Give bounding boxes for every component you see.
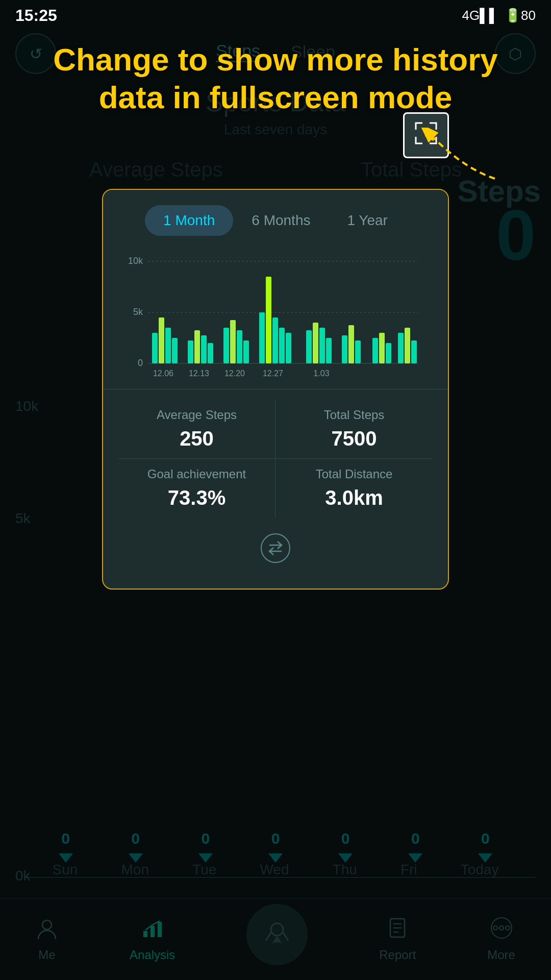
stat-total-steps-label: Total Steps [281, 408, 428, 422]
svg-rect-41 [326, 338, 332, 363]
svg-rect-43 [348, 325, 354, 363]
svg-rect-42 [342, 335, 347, 363]
stat-total-steps-value: 7500 [281, 427, 428, 450]
svg-rect-47 [386, 343, 391, 363]
svg-rect-34 [266, 277, 271, 363]
svg-rect-36 [279, 328, 285, 363]
svg-text:10k: 10k [128, 256, 143, 266]
svg-rect-25 [188, 340, 193, 363]
svg-rect-31 [237, 330, 242, 363]
instruction-line2: data in fullscreen mode [99, 80, 453, 115]
status-bar: 15:25 4G▌▌ 🔋80 [0, 0, 551, 31]
bar-chart: 10k 5k 0 [113, 251, 438, 384]
svg-rect-30 [230, 320, 236, 363]
svg-rect-40 [319, 328, 325, 363]
status-time: 15:25 [15, 6, 57, 25]
stat-total-steps: Total Steps 7500 [276, 400, 433, 459]
svg-rect-46 [379, 333, 385, 363]
svg-text:0: 0 [138, 358, 143, 368]
battery-icon: 🔋80 [505, 8, 536, 23]
stat-avg-steps-label: Average Steps [123, 408, 270, 422]
svg-text:1.03: 1.03 [313, 369, 329, 378]
svg-rect-23 [165, 328, 171, 363]
svg-text:12.27: 12.27 [263, 369, 283, 378]
svg-rect-35 [272, 317, 278, 363]
status-icons: 4G▌▌ 🔋80 [462, 8, 536, 23]
tab-6-months[interactable]: 6 Months [233, 205, 329, 236]
stat-goal-value: 73.3% [123, 486, 270, 509]
instruction-text: Change to show more history data in full… [15, 41, 536, 117]
stat-distance: Total Distance 3.0km [276, 459, 433, 518]
tab-1-year[interactable]: 1 Year [329, 205, 406, 236]
arrow-svg [403, 128, 505, 189]
svg-marker-14 [424, 131, 438, 144]
svg-rect-38 [306, 330, 312, 363]
svg-rect-48 [398, 333, 404, 363]
signal-icon: 4G▌▌ [462, 8, 499, 23]
svg-rect-28 [208, 343, 213, 363]
svg-rect-26 [194, 330, 200, 363]
svg-text:12.20: 12.20 [224, 369, 245, 378]
instruction-line1: Change to show more history [53, 42, 498, 77]
stat-distance-label: Total Distance [281, 467, 428, 481]
svg-rect-29 [223, 328, 229, 363]
modal-tabs: 1 Month 6 Months 1 Year [103, 190, 448, 246]
svg-rect-50 [411, 340, 417, 363]
stat-goal-label: Goal achievement [123, 467, 270, 481]
svg-text:5k: 5k [133, 307, 143, 317]
modal-card: 1 Month 6 Months 1 Year 10k 5k 0 [102, 189, 449, 590]
svg-rect-27 [201, 335, 207, 363]
svg-rect-32 [243, 340, 249, 363]
svg-rect-39 [313, 323, 318, 363]
svg-rect-44 [355, 340, 361, 363]
svg-text:12.06: 12.06 [153, 369, 173, 378]
svg-rect-49 [405, 328, 410, 363]
svg-rect-45 [372, 338, 378, 363]
svg-rect-24 [172, 338, 178, 363]
stat-avg-steps: Average Steps 250 [118, 400, 276, 459]
svg-rect-22 [159, 317, 164, 363]
svg-rect-33 [259, 312, 265, 363]
svg-point-56 [261, 534, 290, 562]
svg-text:12.13: 12.13 [189, 369, 209, 378]
stat-distance-value: 3.0km [281, 486, 428, 509]
transfer-icon [260, 533, 291, 564]
modal-bottom-icon[interactable] [103, 523, 448, 578]
stat-avg-steps-value: 250 [123, 427, 270, 450]
chart-area: 10k 5k 0 [103, 246, 448, 389]
stat-goal: Goal achievement 73.3% [118, 459, 276, 518]
svg-rect-37 [286, 333, 291, 363]
tab-1-month[interactable]: 1 Month [145, 205, 233, 236]
stats-grid: Average Steps 250 Total Steps 7500 Goal … [103, 389, 448, 523]
svg-rect-21 [152, 333, 158, 363]
